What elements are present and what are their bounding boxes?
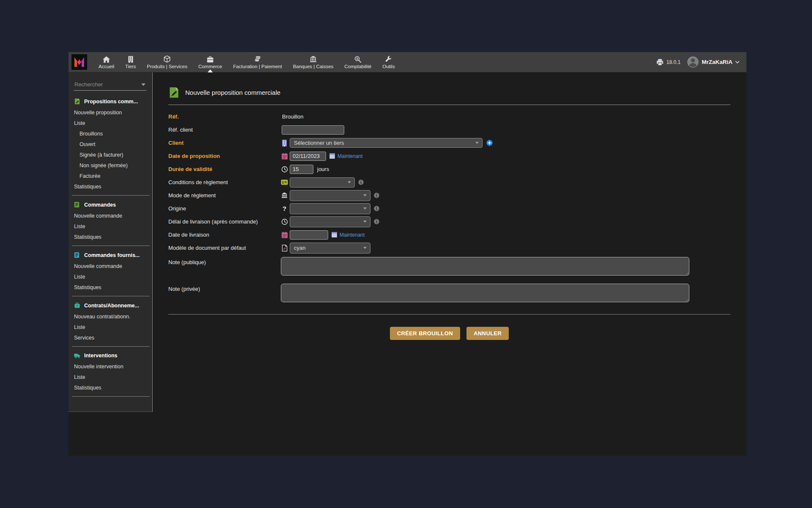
add-client-button[interactable] <box>486 140 493 146</box>
app-window: Accueil Tiers Produits | Services Commer… <box>69 52 746 456</box>
sidebar-section-title[interactable]: Propositions comm... <box>69 96 152 107</box>
date-picker-icon[interactable] <box>332 232 337 237</box>
page-title-row: Nouvelle proposition commerciale <box>168 87 730 98</box>
chevron-down-icon[interactable] <box>735 61 740 64</box>
sidebar-item[interactable]: Nouvelle proposition <box>69 107 152 118</box>
sidebar-item[interactable]: Services <box>69 332 152 343</box>
sidebar: Propositions comm...Nouvelle proposition… <box>69 72 153 412</box>
origine-select[interactable] <box>290 203 370 214</box>
nav-item-accueil[interactable]: Accueil <box>93 52 120 72</box>
field-label-modele-document: Modèle de document par défaut <box>168 245 281 251</box>
sidebar-item[interactable]: Brouillons <box>69 128 152 139</box>
field-label-delai-livraison: Délai de livraison (après commande) <box>168 218 281 225</box>
info-icon <box>374 193 379 198</box>
username-label[interactable]: MrZaKaRiA <box>702 59 732 65</box>
conditions-reglement-select[interactable] <box>290 177 355 188</box>
svg-text:$: $ <box>357 57 359 61</box>
sidebar-item[interactable]: Signée (à facturer) <box>69 149 152 160</box>
nav-item-label: Comptabilité <box>344 64 371 69</box>
nav-item-commerce[interactable]: Commerce <box>193 52 228 72</box>
client-select-value: Sélectionner un tiers <box>294 140 344 146</box>
date-picker-icon[interactable] <box>329 153 335 159</box>
version-label: 18.0.1 <box>667 59 680 65</box>
nav-menu: Accueil Tiers Produits | Services Commer… <box>93 52 401 72</box>
nav-item-produits-services[interactable]: Produits | Services <box>141 52 193 72</box>
contract-icon <box>74 302 80 309</box>
building-icon <box>128 55 133 63</box>
sidebar-item[interactable]: Nouveau contrat/abonn. <box>69 311 152 322</box>
client-select[interactable]: Sélectionner un tiers <box>290 138 483 148</box>
now-link[interactable]: Maintenant <box>337 153 362 159</box>
sidebar-item[interactable]: Ouvert <box>69 139 152 149</box>
nav-item-comptabilite[interactable]: $ Comptabilité <box>339 52 377 72</box>
nav-item-outils[interactable]: Outils <box>377 52 400 72</box>
search-dropdown-caret-icon[interactable] <box>141 83 145 86</box>
field-row-modele-document: Modèle de document par défaut cyan <box>168 241 730 254</box>
sidebar-item[interactable]: Statistiques <box>69 181 152 192</box>
avatar[interactable] <box>687 56 699 68</box>
sidebar-item[interactable]: Statistiques <box>69 282 152 293</box>
sidebar-section-title[interactable]: Commandes fournis... <box>69 249 152 261</box>
sidebar-section-title[interactable]: Contrats/Abonneme... <box>69 300 152 311</box>
sidebar-item[interactable]: Nouvelle commande <box>69 261 152 271</box>
order-icon <box>74 202 80 208</box>
mode-reglement-select[interactable] <box>290 190 370 201</box>
now-link[interactable]: Maintenant <box>340 232 365 238</box>
app-logo[interactable] <box>71 54 87 70</box>
main-content: Nouvelle proposition commerciale Réf. Br… <box>168 87 730 340</box>
form-bottom-divider <box>168 314 730 315</box>
field-row-duree-validite: Durée de validité jours <box>168 163 730 176</box>
search-dollar-icon: $ <box>354 55 361 63</box>
info-icon <box>374 219 379 224</box>
note-publique-textarea[interactable] <box>281 257 689 276</box>
create-draft-button[interactable]: CRÉER BROUILLON <box>390 327 460 340</box>
sidebar-item[interactable]: Liste <box>69 322 152 332</box>
delai-livraison-select[interactable] <box>290 216 370 227</box>
sidebar-item[interactable]: Liste <box>69 118 152 128</box>
sidebar-item[interactable]: Facturée <box>69 171 152 181</box>
cancel-button[interactable]: ANNULER <box>466 327 509 340</box>
cube-icon <box>164 55 170 63</box>
nav-item-label: Accueil <box>99 64 114 69</box>
sidebar-item[interactable]: Nouvelle intervention <box>69 361 152 372</box>
sidebar-divider <box>72 346 150 347</box>
sidebar-item[interactable]: Liste <box>69 372 152 382</box>
field-row-origine: Origine ? <box>168 202 730 215</box>
nav-item-tiers[interactable]: Tiers <box>120 52 141 72</box>
page-title: Nouvelle proposition commerciale <box>185 89 280 96</box>
action-buttons: CRÉER BROUILLON ANNULER <box>168 327 730 340</box>
sidebar-section-title[interactable]: Commandes <box>69 199 152 210</box>
sidebar-item[interactable]: Non signée (fermée) <box>69 160 152 171</box>
nav-item-label: Banques | Caisses <box>293 64 334 69</box>
note-privee-textarea[interactable] <box>281 284 689 302</box>
sidebar-section-title[interactable]: Interventions <box>69 350 152 361</box>
sidebar-item[interactable]: Statistiques <box>69 382 152 393</box>
sidebar-item[interactable]: Nouvelle commande <box>69 210 152 221</box>
nav-item-banques-caisses[interactable]: Banques | Caisses <box>288 52 339 72</box>
sidebar-search <box>74 79 146 91</box>
spacer <box>168 276 730 281</box>
sidebar-divider <box>72 195 150 196</box>
nav-item-facturation-paiement[interactable]: Facturation | Paiement <box>228 52 288 72</box>
duree-validite-suffix: jours <box>317 166 329 172</box>
field-row-conditions-reglement: Conditions de règlement $ <box>168 176 730 189</box>
sidebar-item[interactable]: Liste <box>69 271 152 282</box>
field-row-ref: Réf. Brouillon <box>168 110 730 123</box>
modele-document-select[interactable]: cyan <box>290 243 370 254</box>
nav-item-label: Commerce <box>198 64 222 69</box>
supplier-order-icon <box>74 252 80 258</box>
print-icon[interactable] <box>656 59 664 66</box>
date-proposition-input[interactable] <box>290 152 326 161</box>
logo-m-icon <box>71 54 87 70</box>
sidebar-divider <box>72 246 150 246</box>
field-label-client: Client <box>168 140 281 146</box>
duree-validite-input[interactable] <box>290 165 313 174</box>
field-row-mode-reglement: Mode de règlement <box>168 189 730 202</box>
date-livraison-input[interactable] <box>290 230 328 240</box>
ref-client-input[interactable] <box>282 125 344 135</box>
sidebar-item[interactable]: Statistiques <box>69 232 152 242</box>
search-input[interactable] <box>74 79 146 90</box>
info-icon <box>374 206 379 211</box>
field-row-note-privee: Note (privée) <box>168 284 730 302</box>
sidebar-item[interactable]: Liste <box>69 221 152 232</box>
